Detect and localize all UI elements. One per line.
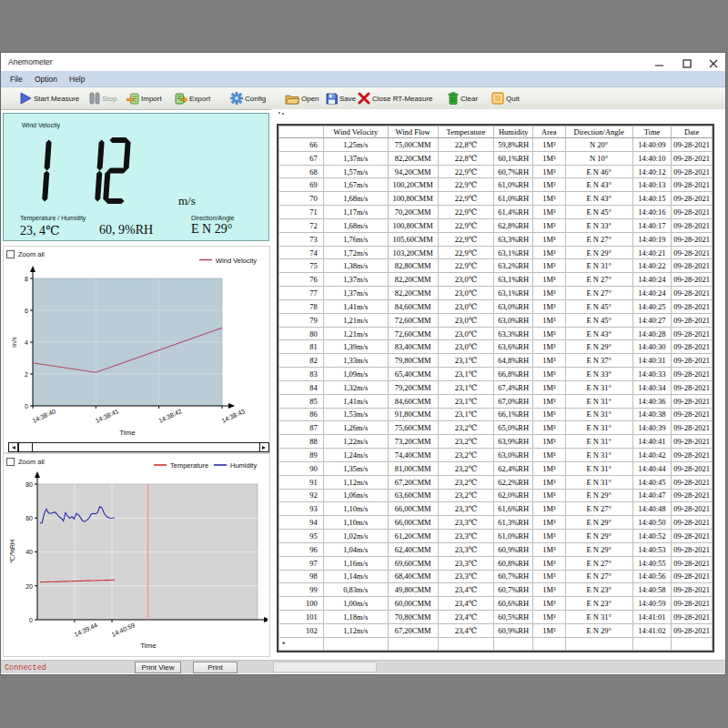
table-cell[interactable]: 1M³ xyxy=(533,299,566,313)
row-header-cell[interactable]: 82 xyxy=(279,354,324,368)
table-cell[interactable]: E N 43° xyxy=(565,178,632,192)
close-rt-measure-button[interactable]: Close RT-Measure xyxy=(358,90,433,106)
table-cell[interactable]: 1,10m/s xyxy=(323,516,388,530)
table-row[interactable]: 751,38m/s82,80CMM22,9℃63,2%RH1M³E N 31°1… xyxy=(279,259,713,273)
table-cell[interactable]: E N 31° xyxy=(565,394,632,408)
table-cell[interactable]: 60,9%RH xyxy=(494,542,533,556)
table-cell[interactable]: E N 27° xyxy=(565,273,632,287)
table-cell[interactable]: 82,80CMM xyxy=(388,259,438,273)
table-cell[interactable]: E N 27° xyxy=(565,502,632,516)
table-cell[interactable]: 66,8%RH xyxy=(494,368,533,381)
table-cell[interactable]: 1M³ xyxy=(533,327,566,340)
table-cell[interactable] xyxy=(632,637,672,651)
table-cell[interactable]: 14:40:27 xyxy=(632,313,672,327)
table-cell[interactable]: 1M³ xyxy=(533,354,566,368)
table-cell[interactable]: E N 23° xyxy=(565,597,632,611)
table-cell[interactable]: 09-28-2021 xyxy=(672,287,713,300)
table-cell[interactable]: 66,1%RH xyxy=(494,408,533,421)
table-cell[interactable]: 22,9℃ xyxy=(438,192,494,206)
table-cell[interactable]: 1,33m/s xyxy=(323,354,388,368)
table-cell[interactable]: 1,37m/s xyxy=(323,151,388,165)
table-cell[interactable]: 09-28-2021 xyxy=(672,556,713,570)
table-cell[interactable]: 1,68m/s xyxy=(323,218,388,232)
row-header-cell[interactable]: 95 xyxy=(279,530,324,543)
table-cell[interactable]: 23,1℃ xyxy=(438,354,494,368)
table-cell[interactable]: 14:40:15 xyxy=(632,192,672,206)
table-cell[interactable]: 14:40:17 xyxy=(632,218,672,232)
table-cell[interactable]: E N 29° xyxy=(565,623,632,637)
column-header-time[interactable]: Time xyxy=(632,126,672,138)
export-button[interactable]: Export xyxy=(175,90,210,106)
table-cell[interactable]: 94,20CMM xyxy=(388,165,438,178)
table-cell[interactable]: 84,60CMM xyxy=(388,299,438,313)
table-cell[interactable]: N 10° xyxy=(565,151,632,165)
row-header-cell[interactable]: 100 xyxy=(279,597,324,611)
table-cell[interactable]: 1,53m/s xyxy=(323,408,388,421)
table-cell[interactable]: 73,20CMM xyxy=(388,435,438,449)
row-header-cell[interactable]: 102 xyxy=(279,623,324,637)
row-header-cell[interactable]: 71 xyxy=(279,206,324,219)
table-cell[interactable]: 1,26m/s xyxy=(323,421,388,435)
table-row[interactable]: 990,83m/s49,80CMM23,4℃60,7%RH1M³E N 23°1… xyxy=(279,583,713,597)
table-cell[interactable]: 75,60CMM xyxy=(388,421,438,435)
row-header-cell[interactable]: 91 xyxy=(279,475,324,489)
table-cell[interactable]: 1M³ xyxy=(533,475,566,489)
table-cell[interactable]: 23,4℃ xyxy=(438,623,494,637)
column-header-date[interactable]: Date xyxy=(672,126,713,138)
table-cell[interactable]: 09-28-2021 xyxy=(672,461,713,475)
row-header-cell[interactable]: 93 xyxy=(279,502,324,516)
table-cell[interactable]: 1M³ xyxy=(533,273,566,287)
table-cell[interactable]: 59,8%RH xyxy=(494,138,533,152)
row-header-cell[interactable]: 76 xyxy=(279,273,324,287)
table-cell[interactable]: 69,60CMM xyxy=(388,556,438,570)
table-row[interactable]: 851,41m/s84,60CMM23,1℃67,0%RH1M³E N 31°1… xyxy=(279,394,713,408)
table-cell[interactable]: 09-28-2021 xyxy=(672,475,713,489)
row-header-cell[interactable]: 78 xyxy=(279,299,324,313)
row-header-cell[interactable]: 74 xyxy=(279,246,324,259)
table-cell[interactable]: E N 45° xyxy=(565,206,632,219)
table-cell[interactable]: 14:40:33 xyxy=(632,368,672,381)
table-cell[interactable]: 09-28-2021 xyxy=(672,408,713,421)
table-row[interactable]: 781,41m/s84,60CMM23,0℃63,0%RH1M³E N 45°1… xyxy=(279,299,713,313)
table-cell[interactable]: 60,5%RH xyxy=(494,610,533,623)
table-cell[interactable]: E N 31° xyxy=(565,380,632,394)
table-cell[interactable]: 61,0%RH xyxy=(494,192,533,206)
table-cell[interactable]: 1M³ xyxy=(533,516,566,530)
table-cell[interactable]: 23,2℃ xyxy=(438,475,494,489)
table-row[interactable]: 681,57m/s94,20CMM22,9℃60,7%RH1M³E N 46°1… xyxy=(279,165,713,178)
table-cell[interactable] xyxy=(533,637,566,651)
open-button[interactable]: Open xyxy=(285,90,319,106)
table-cell[interactable]: 09-28-2021 xyxy=(672,299,713,313)
table-row[interactable]: 1021,12m/s67,20CMM23,4℃60,9%RH1M³E N 29°… xyxy=(279,623,713,637)
config-button[interactable]: Config xyxy=(230,90,266,106)
minimize-button[interactable] xyxy=(654,56,665,67)
table-cell[interactable]: 66,00CMM xyxy=(388,502,438,516)
table-cell[interactable]: 60,7%RH xyxy=(494,165,533,178)
table-cell[interactable]: 23,4℃ xyxy=(438,610,494,623)
table-cell[interactable]: E N 31° xyxy=(565,475,632,489)
table-cell[interactable]: 63,1%RH xyxy=(494,273,533,287)
table-cell[interactable]: E N 45° xyxy=(565,313,632,327)
table-cell[interactable]: 22,9℃ xyxy=(438,178,494,192)
table-cell[interactable]: 22,9℃ xyxy=(438,218,494,232)
table-cell[interactable]: 1M³ xyxy=(533,556,566,570)
table-cell[interactable]: 14:40:19 xyxy=(632,232,672,246)
table-cell[interactable]: 09-28-2021 xyxy=(672,368,713,381)
table-cell[interactable]: 23,2℃ xyxy=(438,461,494,475)
table-cell[interactable]: 63,1%RH xyxy=(494,246,533,259)
table-cell[interactable]: 65,40CMM xyxy=(388,368,438,381)
table-row[interactable]: 931,10m/s66,00CMM23,3℃61,6%RH1M³E N 27°1… xyxy=(279,502,713,516)
row-header-cell[interactable]: 98 xyxy=(279,570,324,583)
table-cell[interactable]: 1M³ xyxy=(533,192,566,206)
table-cell[interactable]: 82,20CMM xyxy=(388,287,438,300)
clear-button[interactable]: Clear xyxy=(448,90,478,106)
table-cell[interactable]: E N 33° xyxy=(565,368,632,381)
table-cell[interactable]: 82,20CMM xyxy=(388,151,438,165)
table-cell[interactable]: 63,3%RH xyxy=(494,327,533,340)
table-row[interactable]: 691,67m/s100,20CMM22,9℃61,0%RH1M³E N 43°… xyxy=(279,178,713,192)
table-cell[interactable]: 09-28-2021 xyxy=(672,570,713,583)
table-cell[interactable]: 14:40:12 xyxy=(632,165,672,178)
row-header-cell[interactable]: 66 xyxy=(279,138,324,152)
table-row[interactable]: 941,10m/s66,00CMM23,3℃61,3%RH1M³E N 29°1… xyxy=(279,516,713,530)
table-cell[interactable]: 62,40CMM xyxy=(388,542,438,556)
